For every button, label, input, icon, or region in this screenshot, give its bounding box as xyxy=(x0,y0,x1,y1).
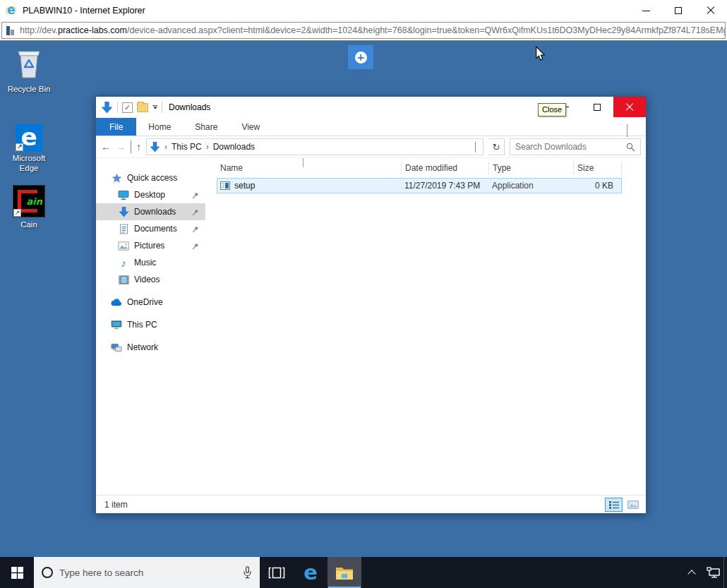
breadcrumb-downloads[interactable]: Downloads xyxy=(213,142,255,152)
details-view-button[interactable] xyxy=(605,498,623,512)
close-icon xyxy=(707,6,715,15)
browser-maximize-button[interactable] xyxy=(662,0,695,21)
breadcrumb-separator-icon: › xyxy=(160,142,172,152)
downloads-folder-icon xyxy=(101,102,113,114)
column-headers: Name Date modified Type Size xyxy=(217,158,639,178)
downloads-folder-icon xyxy=(150,142,160,152)
browser-address-row: http://dev.practice-labs.com/device-adva… xyxy=(0,21,727,41)
microphone-icon[interactable] xyxy=(243,566,252,579)
explorer-maximize-button[interactable] xyxy=(581,97,613,117)
close-tooltip: Close xyxy=(538,103,566,116)
browser-url: http://dev.practice-labs.com/device-adva… xyxy=(20,25,726,35)
file-row-setup[interactable]: setup 11/27/2019 7:43 PM Application 0 K… xyxy=(217,178,622,193)
desktop-icon-cain[interactable]: ain ↗ Cain xyxy=(3,185,55,229)
large-icons-view-button[interactable] xyxy=(624,498,642,512)
nav-item-music[interactable]: ♪ Music xyxy=(96,254,205,271)
task-view-button[interactable] xyxy=(260,557,294,588)
nav-item-documents[interactable]: Documents xyxy=(96,220,205,237)
expand-ribbon-button[interactable] xyxy=(627,124,627,137)
browser-address-bar[interactable]: http://dev.practice-labs.com/device-adva… xyxy=(1,22,726,39)
nav-item-desktop[interactable]: Desktop xyxy=(96,186,205,203)
desktop-icon-label: Cain xyxy=(3,220,55,229)
music-icon: ♪ xyxy=(118,257,129,268)
search-icon xyxy=(626,143,635,152)
tab-home[interactable]: Home xyxy=(136,118,183,136)
pictures-icon xyxy=(118,240,129,251)
desktop-icon-label: Microsoft Edge xyxy=(3,153,55,173)
plus-circle-icon: + xyxy=(355,52,367,64)
taskbar-edge-button[interactable]: e xyxy=(294,557,328,588)
pin-icon xyxy=(192,208,199,218)
column-header-date-modified[interactable]: Date modified xyxy=(402,162,489,174)
documents-icon xyxy=(118,223,129,234)
pin-icon xyxy=(192,242,199,252)
back-button[interactable]: ← xyxy=(101,142,111,152)
nav-item-network[interactable]: Network xyxy=(96,339,205,356)
taskbar-search-input[interactable] xyxy=(59,568,236,578)
minimize-icon xyxy=(642,11,650,11)
column-header-name[interactable]: Name xyxy=(217,162,402,174)
cain-icon: ain ↗ xyxy=(13,185,45,217)
forward-button[interactable]: → xyxy=(116,142,126,152)
show-hidden-icons-button[interactable] xyxy=(681,557,702,588)
maximize-icon xyxy=(594,104,601,111)
file-date-cell: 11/27/2019 7:43 PM xyxy=(402,181,489,191)
sort-ascending-icon xyxy=(303,158,304,168)
mouse-cursor xyxy=(535,46,546,61)
screen: e PLABWIN10 - Internet Explorer http://d… xyxy=(0,0,727,588)
column-header-type[interactable]: Type xyxy=(489,162,574,174)
recent-locations-button[interactable] xyxy=(131,140,131,153)
this-pc-icon xyxy=(111,319,122,330)
nav-item-videos[interactable]: Videos xyxy=(96,271,205,288)
tab-share[interactable]: Share xyxy=(183,118,229,136)
explorer-close-button[interactable] xyxy=(613,97,646,117)
nav-item-this-pc[interactable]: This PC xyxy=(96,316,205,333)
file-list[interactable]: Name Date modified Type Size setup 11/27… xyxy=(205,158,646,495)
downloads-icon xyxy=(118,206,129,217)
item-count: 1 item xyxy=(104,500,128,510)
navigation-pane: Quick access Desktop Downloads Do xyxy=(96,158,205,495)
details-view-icon xyxy=(609,500,619,509)
cortana-icon xyxy=(42,567,53,578)
explorer-search-box[interactable] xyxy=(510,138,641,155)
breadcrumb-this-pc[interactable]: This PC xyxy=(172,142,202,152)
internet-explorer-icon: e xyxy=(6,5,18,17)
browser-minimize-button[interactable] xyxy=(630,0,662,21)
file-name-cell: setup xyxy=(217,181,402,191)
taskbar-file-explorer-button[interactable] xyxy=(328,557,361,588)
customize-quick-access-button[interactable] xyxy=(152,105,157,109)
address-dropdown-button[interactable] xyxy=(471,142,480,152)
browser-close-button[interactable] xyxy=(695,0,727,21)
search-input[interactable] xyxy=(515,142,623,152)
nav-item-downloads[interactable]: Downloads xyxy=(96,203,205,220)
nav-item-onedrive[interactable]: OneDrive xyxy=(96,294,205,311)
taskbar-search-box[interactable] xyxy=(34,557,260,588)
explorer-window-title: Downloads xyxy=(169,102,210,112)
desktop-icon-microsoft-edge[interactable]: e ↗ Microsoft Edge xyxy=(3,124,55,173)
site-favicon xyxy=(6,26,16,35)
network-tray-icon[interactable] xyxy=(702,557,723,588)
tab-file[interactable]: File xyxy=(96,118,136,136)
column-header-size[interactable]: Size xyxy=(574,162,622,174)
edge-icon: e xyxy=(304,563,318,583)
new-folder-button[interactable] xyxy=(137,103,148,112)
lab-toolbar-expand-button[interactable]: + xyxy=(348,45,373,69)
task-view-icon xyxy=(268,567,285,579)
ribbon-tabs: File Home Share View xyxy=(96,118,646,136)
shortcut-arrow-icon: ↗ xyxy=(16,143,23,151)
properties-button[interactable]: ✓ xyxy=(122,102,133,113)
desktop-icon-recycle-bin[interactable]: Recycle Bin xyxy=(3,47,55,94)
file-explorer-icon xyxy=(335,565,354,580)
start-button[interactable] xyxy=(0,557,34,588)
refresh-button[interactable]: ↻ xyxy=(488,138,505,155)
address-bar[interactable]: › This PC › Downloads xyxy=(146,138,483,155)
close-icon xyxy=(625,103,634,112)
nav-item-pictures[interactable]: Pictures xyxy=(96,237,205,254)
tab-view[interactable]: View xyxy=(229,118,272,136)
up-button[interactable]: ↑ xyxy=(136,142,141,152)
desktop[interactable]: Recycle Bin e ↗ Microsoft Edge ain ↗ Cai… xyxy=(0,41,727,557)
nav-item-quick-access[interactable]: Quick access xyxy=(96,169,205,186)
network-icon xyxy=(111,342,122,353)
videos-icon xyxy=(118,274,129,285)
show-desktop-button[interactable] xyxy=(723,557,727,588)
